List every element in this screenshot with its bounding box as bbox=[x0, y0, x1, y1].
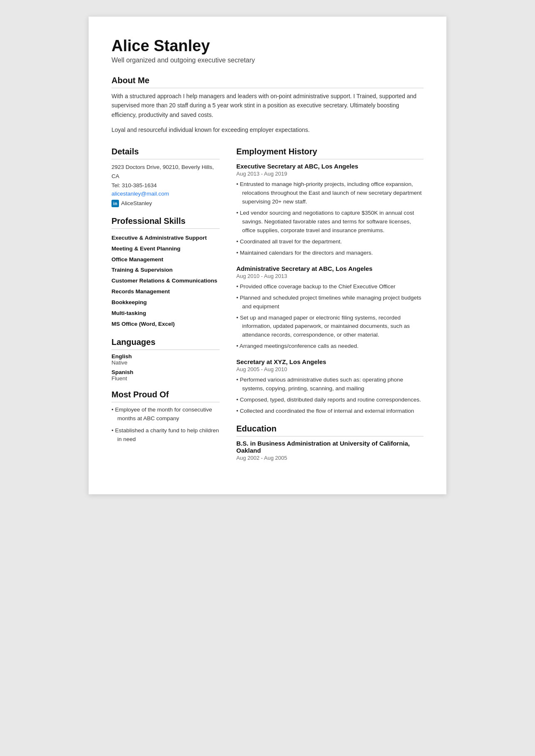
resume-header: Alice Stanley Well organized and outgoin… bbox=[111, 37, 424, 64]
skill-item: Meeting & Event Planning bbox=[111, 243, 220, 254]
details-phone: Tel: 310-385-1634 bbox=[111, 181, 220, 190]
proud-title: Most Proud Of bbox=[111, 390, 220, 402]
job-title: Executive Secretary at ABC, Los Angeles bbox=[236, 163, 424, 170]
languages-list: EnglishNativeSpanishFluent bbox=[111, 353, 220, 382]
skill-item: MS Office (Word, Excel) bbox=[111, 318, 220, 329]
details-section: Details 2923 Doctors Drive, 90210, Bever… bbox=[111, 147, 220, 208]
employment-title: Employment History bbox=[236, 147, 424, 159]
language-level: Fluent bbox=[111, 375, 220, 382]
job-bullet-item: Led vendor sourcing and negotiations to … bbox=[236, 209, 424, 235]
job-dates: Aug 2013 - Aug 2019 bbox=[236, 171, 424, 177]
employment-section: Employment History Executive Secretary a… bbox=[236, 147, 424, 416]
about-section: About Me With a structured approach I he… bbox=[111, 76, 424, 135]
job-bullets: Provided office coverage backup to the C… bbox=[236, 283, 424, 351]
job-dates: Aug 2005 - Aug 2010 bbox=[236, 366, 424, 372]
details-email[interactable]: alicestanley@mail.com bbox=[111, 191, 169, 197]
jobs-list: Executive Secretary at ABC, Los AngelesA… bbox=[236, 163, 424, 416]
languages-title: Languages bbox=[111, 337, 220, 350]
proud-item: • Employee of the month for consecutive … bbox=[111, 406, 220, 423]
job-bullet-item: Composed, typed, distributed daily repor… bbox=[236, 396, 424, 404]
job-bullet-item: Arranged meetings/conference calls as ne… bbox=[236, 342, 424, 351]
left-column: Details 2923 Doctors Drive, 90210, Bever… bbox=[111, 147, 220, 469]
skill-item: Office Management bbox=[111, 254, 220, 265]
job-bullets: Entrusted to manage high-priority projec… bbox=[236, 180, 424, 257]
language-name: English bbox=[111, 353, 220, 359]
linkedin-handle: AliceStanley bbox=[121, 199, 152, 208]
candidate-subtitle: Well organized and outgoing executive se… bbox=[111, 57, 424, 64]
education-section: Education B.S. in Business Administratio… bbox=[236, 424, 424, 461]
details-title: Details bbox=[111, 147, 220, 159]
job-title: Secretary at XYZ, Los Angeles bbox=[236, 358, 424, 365]
job-bullet-item: Performed various administrative duties … bbox=[236, 376, 424, 393]
details-address: 2923 Doctors Drive, 90210, Beverly Hills… bbox=[111, 163, 220, 181]
job-bullet-item: Entrusted to manage high-priority projec… bbox=[236, 180, 424, 206]
language-level: Native bbox=[111, 359, 220, 366]
language-name: Spanish bbox=[111, 369, 220, 375]
education-title: Education bbox=[236, 424, 424, 436]
edu-dates: Aug 2002 - Aug 2005 bbox=[236, 455, 424, 461]
about-para1: With a structured approach I help manage… bbox=[111, 92, 424, 119]
job-dates: Aug 2010 - Aug 2013 bbox=[236, 273, 424, 279]
skill-item: Customer Relations & Communications bbox=[111, 275, 220, 286]
job-bullet-item: Collected and coordinated the flow of in… bbox=[236, 407, 424, 416]
job-bullet-item: Provided office coverage backup to the C… bbox=[236, 283, 424, 291]
education-list: B.S. in Business Administration at Unive… bbox=[236, 440, 424, 461]
skill-item: Training & Supervision bbox=[111, 264, 220, 275]
skills-section: Professional Skills Executive & Administ… bbox=[111, 216, 220, 329]
job-bullets: Performed various administrative duties … bbox=[236, 376, 424, 416]
edu-title: B.S. in Business Administration at Unive… bbox=[236, 440, 424, 454]
linkedin-icon: in bbox=[111, 200, 119, 207]
proud-list: • Employee of the month for consecutive … bbox=[111, 406, 220, 444]
job-bullet-item: Set up and managed paper or electronic f… bbox=[236, 314, 424, 340]
skill-item: Bookkeeping bbox=[111, 297, 220, 307]
skills-list: Executive & Administrative SupportMeetin… bbox=[111, 232, 220, 329]
about-para2: Loyal and resourceful individual known f… bbox=[111, 125, 424, 134]
job-bullet-item: Maintained calendars for the directors a… bbox=[236, 249, 424, 258]
languages-section: Languages EnglishNativeSpanishFluent bbox=[111, 337, 220, 382]
skills-title: Professional Skills bbox=[111, 216, 220, 229]
about-title: About Me bbox=[111, 76, 424, 88]
proud-item: • Established a charity fund to help chi… bbox=[111, 426, 220, 444]
skill-item: Executive & Administrative Support bbox=[111, 232, 220, 243]
job-bullet-item: Planned and scheduled project timelines … bbox=[236, 294, 424, 311]
two-column-layout: Details 2923 Doctors Drive, 90210, Bever… bbox=[111, 147, 424, 469]
candidate-name: Alice Stanley bbox=[111, 37, 424, 55]
job-bullet-item: Coordinated all travel for the departmen… bbox=[236, 238, 424, 246]
proud-section: Most Proud Of • Employee of the month fo… bbox=[111, 390, 220, 444]
resume-container: Alice Stanley Well organized and outgoin… bbox=[89, 17, 446, 494]
skill-item: Multi-tasking bbox=[111, 307, 220, 318]
linkedin-row: in AliceStanley bbox=[111, 199, 220, 208]
right-column: Employment History Executive Secretary a… bbox=[236, 147, 424, 469]
skill-item: Records Management bbox=[111, 286, 220, 297]
job-title: Administrative Secretary at ABC, Los Ang… bbox=[236, 265, 424, 272]
